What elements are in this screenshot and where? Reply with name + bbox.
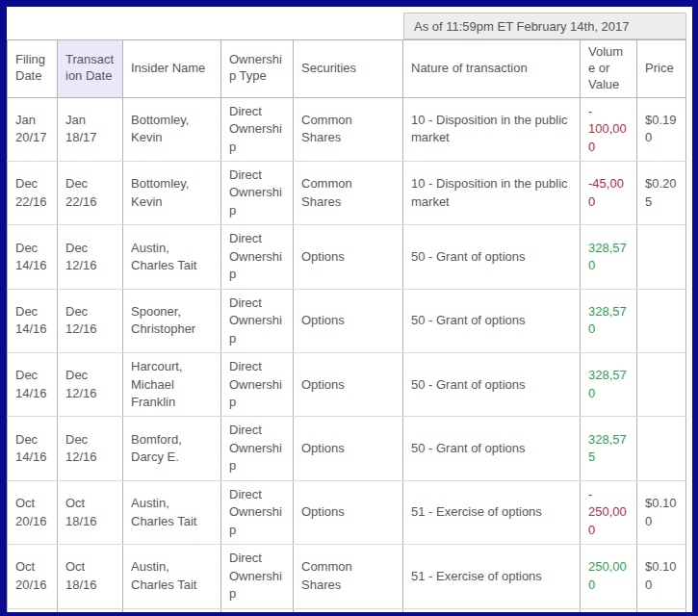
cell-securities: Options (294, 417, 403, 480)
table-row: Jan 20/17 Jan 18/17 Bottomley, Kevin Dir… (8, 97, 686, 161)
cell-filing-date: Dec 14/16 (8, 289, 58, 352)
cell-securities: Options (294, 225, 403, 289)
cell-securities: Options (294, 480, 403, 544)
cell-ownership-type: Direct Ownership (221, 353, 294, 417)
cell-price (637, 353, 686, 417)
cell-insider-name: Bottomley, Kevin (123, 608, 221, 616)
cell-ownership-type: Direct Ownership (221, 162, 294, 225)
cell-price: $0.100 (637, 480, 686, 544)
cell-volume-or-value: -45,000 (581, 162, 637, 225)
cell-ownership-type: Direct Ownership (221, 225, 294, 289)
cell-transaction-date: Dec 12/16 (58, 417, 123, 480)
cell-price: $0.205 (637, 162, 686, 225)
cell-securities: Options (294, 289, 403, 352)
cell-transaction-date: Dec 12/16 (58, 353, 123, 417)
col-header-securities[interactable]: Securities (294, 40, 403, 98)
cell-price (637, 225, 686, 289)
table-row: Dec 14/16 Dec 12/16 Spooner, Christopher… (8, 289, 686, 352)
cell-filing-date: Dec 14/16 (8, 417, 58, 480)
insider-filings-table: Filing Date Transaction Date Insider Nam… (7, 39, 686, 616)
cell-volume-or-value: 328,570 (581, 225, 637, 289)
cell-insider-name: Austin, Charles Tait (123, 225, 221, 289)
cell-insider-name: Spooner, Christopher (123, 289, 221, 352)
cell-filing-date: Oct 20/16 (8, 480, 58, 544)
col-header-volume-or-value[interactable]: Volume or Value (581, 40, 637, 98)
cell-filing-date: Jan 20/17 (8, 97, 58, 161)
table-header-row: Filing Date Transaction Date Insider Nam… (8, 40, 686, 98)
table-row: Oct 20/16 Oct 18/16 Austin, Charles Tait… (8, 480, 686, 544)
col-header-ownership-type[interactable]: Ownership Type (221, 40, 294, 98)
table-row: Oct 20/16 Oct 18/16 Austin, Charles Tait… (8, 545, 686, 608)
cell-filing-date: Dec 14/16 (8, 353, 58, 417)
col-header-filing-date[interactable]: Filing Date (8, 40, 58, 98)
cell-filing-date: Dec 14/16 (8, 608, 58, 616)
table-row: Dec 14/16 Dec 12/16 Bomford, Darcy E. Di… (8, 417, 686, 480)
cell-securities: Common Shares (294, 608, 403, 616)
cell-filing-date: Oct 20/16 (8, 545, 58, 608)
cell-price (637, 417, 686, 480)
cell-volume-or-value: -20,000 (581, 608, 637, 616)
cell-insider-name: Bottomley, Kevin (123, 162, 221, 225)
cell-volume-or-value: - 250,000 (581, 480, 637, 544)
col-header-price[interactable]: Price (637, 40, 686, 98)
cell-ownership-type: Direct Ownership (221, 545, 294, 608)
cell-ownership-type: Direct Ownership (221, 480, 294, 544)
cell-volume-or-value: 328,570 (581, 289, 637, 352)
cell-volume-or-value: 328,570 (581, 353, 637, 417)
cell-nature-of-transaction: 50 - Grant of options (403, 353, 581, 417)
col-header-nature[interactable]: Nature of transaction (403, 40, 581, 98)
cell-insider-name: Austin, Charles Tait (123, 545, 221, 608)
cell-insider-name: Austin, Charles Tait (123, 480, 221, 544)
cell-nature-of-transaction: 10 - Disposition in the public market (403, 162, 581, 225)
table-row: Dec 22/16 Dec 22/16 Bottomley, Kevin Dir… (8, 162, 686, 225)
cell-nature-of-transaction: 50 - Grant of options (403, 225, 581, 289)
table-row: Dec 14/16 Dec 12/16 Austin, Charles Tait… (8, 225, 686, 289)
cell-transaction-date: Oct 18/16 (58, 480, 123, 544)
cell-securities: Common Shares (294, 545, 403, 608)
cell-filing-date: Dec 22/16 (8, 162, 58, 225)
cell-insider-name: Bomford, Darcy E. (123, 417, 221, 480)
table-row: Dec 14/16 Sep 15/16 Bottomley, Kevin Dir… (8, 608, 686, 616)
cell-nature-of-transaction: 10 - Disposition in the public market (403, 608, 581, 616)
cell-volume-or-value: 250,000 (581, 545, 637, 608)
cell-volume-or-value: - 100,000 (581, 97, 637, 161)
cell-transaction-date: Jan 18/17 (58, 97, 123, 161)
cell-ownership-type: Direct Ownership (221, 608, 294, 616)
cell-ownership-type: Direct Ownership (221, 97, 294, 161)
cell-ownership-type: Direct Ownership (221, 289, 294, 352)
cell-securities: Common Shares (294, 97, 403, 161)
cell-nature-of-transaction: 50 - Grant of options (403, 417, 581, 480)
cell-transaction-date: Dec 12/16 (58, 289, 123, 352)
cell-nature-of-transaction: 51 - Exercise of options (403, 480, 581, 544)
cell-ownership-type: Direct Ownership (221, 417, 294, 480)
cell-nature-of-transaction: 51 - Exercise of options (403, 545, 581, 608)
cell-nature-of-transaction: 50 - Grant of options (403, 289, 581, 352)
cell-transaction-date: Sep 15/16 (58, 608, 123, 616)
insider-filings-widget: As of 11:59pm ET February 14th, 2017 Fil… (0, 0, 698, 616)
cell-price: $0.100 (637, 545, 686, 608)
cell-securities: Common Shares (294, 162, 403, 225)
cell-transaction-date: Dec 12/16 (58, 225, 123, 289)
as-of-label: As of 11:59pm ET February 14th, 2017 (403, 13, 686, 39)
cell-volume-or-value: 328,575 (581, 417, 637, 480)
table-row: Dec 14/16 Dec 12/16 Harcourt, Michael Fr… (8, 353, 686, 417)
cell-transaction-date: Dec 22/16 (58, 162, 123, 225)
cell-price: $0.175 (637, 608, 686, 616)
cell-securities: Options (294, 353, 403, 417)
cell-insider-name: Harcourt, Michael Franklin (123, 353, 221, 417)
cell-nature-of-transaction: 10 - Disposition in the public market (403, 97, 581, 161)
cell-transaction-date: Oct 18/16 (58, 545, 123, 608)
col-header-transaction-date[interactable]: Transaction Date (58, 40, 123, 98)
cell-insider-name: Bottomley, Kevin (123, 97, 221, 161)
cell-price (637, 289, 686, 352)
cell-filing-date: Dec 14/16 (8, 225, 58, 289)
col-header-insider-name[interactable]: Insider Name (123, 40, 221, 98)
cell-price: $0.190 (637, 97, 686, 161)
